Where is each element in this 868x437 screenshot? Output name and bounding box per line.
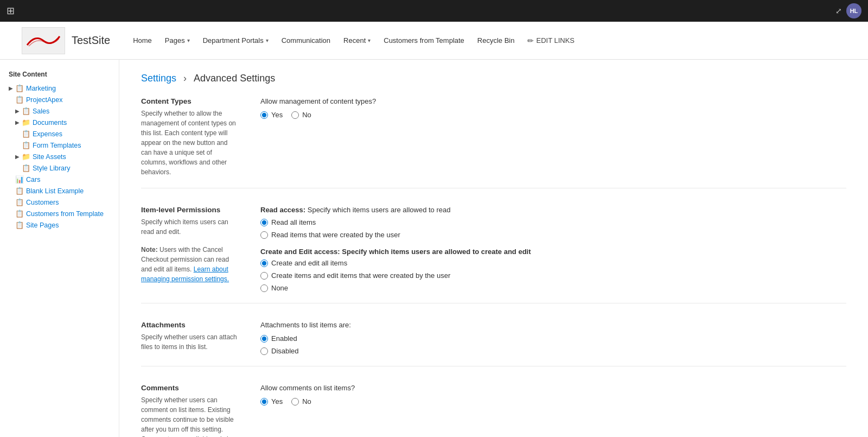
create-edit-all-option[interactable]: Create and edit all items: [260, 259, 846, 267]
pencil-icon: ✏: [527, 36, 534, 45]
folder-icon: 📁: [22, 153, 30, 161]
expand-arrow-icon: ▶: [15, 119, 20, 125]
comments-section: Comments Specify whether users can comme…: [141, 384, 846, 437]
content-types-title: Content Types: [141, 97, 239, 105]
list-icon: 📋: [15, 198, 24, 206]
waffle-icon[interactable]: ⊞: [7, 5, 15, 17]
main-layout: Site Content ▶ 📋 Marketing 📋 ProjectApex…: [0, 60, 868, 437]
create-edit-by-user-option[interactable]: Create items and edit items that were cr…: [260, 271, 846, 280]
nav-item-home[interactable]: Home: [126, 22, 158, 60]
breadcrumb-separator: ›: [183, 73, 187, 84]
nav-item-department-portals[interactable]: Department Portals ▾: [196, 22, 275, 60]
sidebar-item-documents[interactable]: ▶ 📁 Documents: [4, 117, 114, 128]
read-access-title: Read access: Specify which items users a…: [260, 206, 846, 214]
content-area: Settings › Advanced Settings Content Typ…: [119, 60, 868, 437]
comments-desc: Specify whether users can comment on lis…: [141, 395, 239, 437]
list-icon: 📋: [22, 130, 30, 138]
section-left-content-types: Content Types Specify whether to allow t…: [141, 97, 239, 177]
attachments-radio-group: Enabled Disabled: [260, 334, 846, 355]
sidebar-item-form-templates[interactable]: 📋 Form Templates: [4, 140, 114, 151]
comments-radio-group: Yes No: [260, 397, 846, 406]
attachments-title: Attachments: [141, 321, 239, 329]
section-right-permissions: Read access: Specify which items users a…: [260, 206, 846, 292]
permissions-title: Item-level Permissions: [141, 206, 239, 214]
nav-item-customers-template[interactable]: Customers from Template: [377, 22, 471, 60]
chevron-down-icon: ▾: [368, 37, 371, 43]
chevron-down-icon: ▾: [266, 37, 269, 43]
content-types-section: Content Types Specify whether to allow t…: [141, 97, 846, 188]
sidebar-item-expenses[interactable]: 📋 Expenses: [4, 128, 114, 140]
breadcrumb: Settings › Advanced Settings: [141, 73, 846, 84]
content-types-no-option[interactable]: No: [291, 111, 311, 119]
section-left-attachments: Attachments Specify whether users can at…: [141, 321, 239, 355]
sidebar-item-sales[interactable]: ▶ 📋 Sales: [4, 105, 114, 117]
permissions-desc: Specify which items users can read and e…: [141, 217, 239, 237]
sidebar-item-site-pages[interactable]: 📋 Site Pages: [4, 219, 114, 231]
comments-title: Comments: [141, 384, 239, 392]
create-edit-none-option[interactable]: None: [260, 284, 846, 292]
sidebar-item-customers[interactable]: 📋 Customers: [4, 197, 114, 208]
nav-item-pages[interactable]: Pages ▾: [158, 22, 196, 60]
expand-arrow-icon: ▶: [15, 154, 20, 160]
read-created-by-user-option[interactable]: Read items that were created by the user: [260, 231, 846, 239]
sidebar-item-blank-list[interactable]: 📋 Blank List Example: [4, 185, 114, 197]
permissions-note: Note: Users with the Cancel Checkout per…: [141, 245, 239, 284]
attachments-disabled-option[interactable]: Disabled: [260, 347, 846, 355]
attachments-desc: Specify whether users can attach files t…: [141, 332, 239, 352]
edit-links-button[interactable]: ✏ EDIT LINKS: [521, 22, 581, 60]
sidebar: Site Content ▶ 📋 Marketing 📋 ProjectApex…: [0, 60, 119, 437]
comments-no-option[interactable]: No: [291, 397, 311, 406]
site-logo: [22, 27, 65, 54]
sidebar-item-cars[interactable]: 📊 Cars: [4, 174, 114, 185]
section-right-attachments: Attachments to list items are: Enabled D…: [260, 321, 846, 355]
section-right-comments: Allow comments on list items? Yes No: [260, 384, 846, 437]
list-icon: 📋: [22, 164, 30, 172]
user-avatar[interactable]: HL: [846, 3, 861, 18]
nav-item-recent[interactable]: Recent ▾: [337, 22, 377, 60]
content-types-radio-group: Yes No: [260, 111, 846, 119]
section-right-content-types: Allow management of content types? Yes N…: [260, 97, 846, 177]
sidebar-item-projectapex[interactable]: 📋 ProjectApex: [4, 94, 114, 105]
expand-arrow-icon: ▶: [15, 108, 20, 114]
list-icon: 📋: [15, 187, 24, 195]
attachments-enabled-option[interactable]: Enabled: [260, 334, 846, 343]
section-left-permissions: Item-level Permissions Specify which ite…: [141, 206, 239, 292]
section-left-comments: Comments Specify whether users can comme…: [141, 384, 239, 437]
breadcrumb-current: Advanced Settings: [194, 73, 275, 84]
chevron-down-icon: ▾: [187, 37, 190, 43]
sidebar-item-style-library[interactable]: 📋 Style Library: [4, 162, 114, 174]
read-all-items-option[interactable]: Read all items: [260, 218, 846, 226]
comments-yes-option[interactable]: Yes: [260, 397, 283, 406]
site-title: TestSite: [72, 34, 110, 47]
list-icon: 📋: [15, 221, 24, 229]
expand-icon[interactable]: ⤢: [835, 7, 842, 15]
nav-item-recycle-bin[interactable]: Recycle Bin: [471, 22, 521, 60]
folder-icon: 📁: [22, 118, 30, 126]
content-types-right-title: Allow management of content types?: [260, 97, 846, 105]
site-header: TestSite Home Pages ▾ Department Portals…: [0, 22, 868, 60]
nav-item-communication[interactable]: Communication: [275, 22, 337, 60]
content-types-yes-option[interactable]: Yes: [260, 111, 283, 119]
nav-bar: Home Pages ▾ Department Portals ▾ Commun…: [126, 22, 846, 60]
sidebar-item-customers-from-template[interactable]: 📋 Customers from Template: [4, 208, 114, 219]
list-icon: 📋: [22, 141, 30, 149]
table-icon: 📊: [15, 175, 24, 183]
comments-right-title: Allow comments on list items?: [260, 384, 846, 392]
attachments-section: Attachments Specify whether users can at…: [141, 321, 846, 366]
top-bar-left: ⊞: [7, 5, 15, 17]
content-types-desc: Specify whether to allow the management …: [141, 109, 239, 177]
sidebar-item-marketing[interactable]: ▶ 📋 Marketing: [4, 83, 114, 94]
item-permissions-section: Item-level Permissions Specify which ite…: [141, 206, 846, 303]
list-icon: 📋: [15, 96, 24, 104]
list-icon: 📋: [15, 84, 24, 92]
sidebar-item-site-assets[interactable]: ▶ 📁 Site Assets: [4, 151, 114, 162]
top-bar-right: ⤢ HL: [835, 3, 861, 18]
attachments-right-title: Attachments to list items are:: [260, 321, 846, 329]
read-access-radio-group: Read all items Read items that were crea…: [260, 218, 846, 239]
expand-arrow-icon: ▶: [9, 85, 13, 91]
create-edit-access-title: Create and Edit access: Specify which it…: [260, 248, 846, 256]
breadcrumb-parent[interactable]: Settings: [141, 73, 176, 84]
list-icon: 📋: [22, 107, 30, 115]
list-icon: 📋: [15, 210, 24, 218]
sidebar-title: Site Content: [4, 68, 114, 83]
